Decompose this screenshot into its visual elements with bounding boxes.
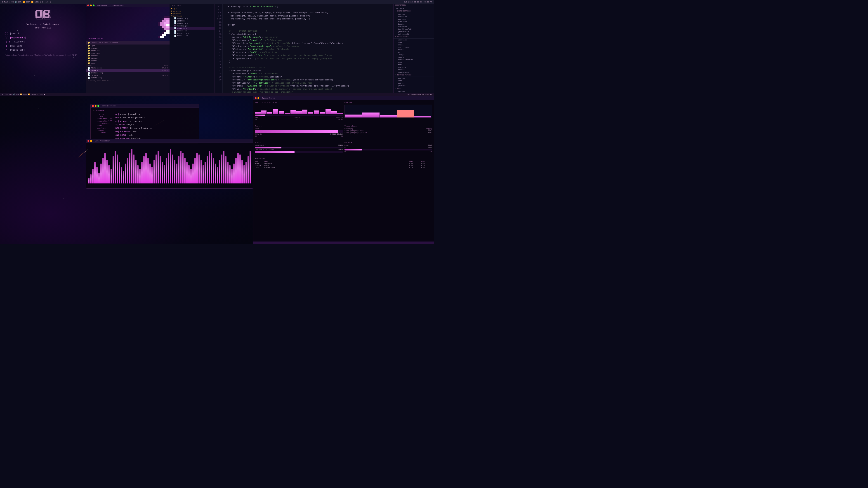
fm-row-user[interactable]: 📁user xyxy=(86,62,169,64)
neofetch-packages: MA| PACKAGES: 3577 xyxy=(116,130,152,133)
tree-readme-org-2[interactable]: 📄 README.org xyxy=(169,22,215,25)
vis-bar xyxy=(135,160,136,184)
qutebrowser-window: ██████╗ ██████╗ ██╔══██╗██╔══██╗ ██║ ██║… xyxy=(0,4,86,93)
qb-menu-closetab[interactable]: [x] [Close tab] xyxy=(4,48,81,52)
outline-profile[interactable]: profile xyxy=(394,18,434,20)
outline-timezone[interactable]: timezone xyxy=(394,20,434,23)
top-center-window: emmet@snowfire: ~/home/emmet rapidash-ga… xyxy=(86,4,169,93)
status-bar-left: ⚙ Tech 100% 🔊 20% 📶 100% 📶 100% ■ 2↑ 10↓… xyxy=(2,1,51,3)
outline-outputs[interactable]: outputs xyxy=(394,7,434,9)
fm-row-personal[interactable]: 📁personal xyxy=(86,55,169,57)
fm-row-patches[interactable]: 📁patches xyxy=(86,47,169,50)
outline-defaultroamdir[interactable]: defaultRoamDir xyxy=(394,59,434,61)
cpu-mini-bar xyxy=(273,109,278,113)
neofetch-we: WE| emmet @ snowfire xyxy=(116,113,152,116)
outline-wm[interactable]: wm xyxy=(394,51,434,54)
outline-np-patches[interactable]: patches xyxy=(394,84,434,87)
cpu-mini-bar xyxy=(308,112,313,113)
outline-dotfilesdir2[interactable]: dotfilesDir xyxy=(394,46,434,48)
vis-close[interactable] xyxy=(88,140,89,142)
tree-patches[interactable]: ▶ patches xyxy=(169,12,215,15)
qb-menu-history[interactable]: [S h] [History] xyxy=(4,40,81,44)
outline-name[interactable]: name xyxy=(394,41,434,43)
vis-bar xyxy=(98,173,100,184)
vis-bar xyxy=(139,169,141,184)
outline-browser[interactable]: browser xyxy=(394,56,434,59)
outline-hostname[interactable]: hostname xyxy=(394,15,434,18)
vis-bar xyxy=(94,162,96,184)
vis-bar xyxy=(207,156,208,184)
sysmon-close[interactable] xyxy=(255,97,256,99)
qb-menu-quickmarks[interactable]: [b] [Quickmarks] xyxy=(4,36,81,40)
fm-row-themes[interactable]: 📁themes xyxy=(86,59,169,62)
outline-bootmountpath[interactable]: bootMountPath xyxy=(394,28,434,30)
outline-fontpkg[interactable]: fontPkg xyxy=(394,66,434,68)
cpu-bar-3 xyxy=(380,115,397,118)
fm-row-flakenix[interactable]: 📄flake.nix2.20 K xyxy=(86,69,169,72)
sysmon-memory-section: Memory 100% RAM: 9% 5.7610/32.019 0% 0% xyxy=(255,125,343,137)
vis-bar xyxy=(227,162,228,184)
outline-system[interactable]: system xyxy=(394,13,434,15)
fm-row-system[interactable]: 📁system xyxy=(86,57,169,59)
fm-row-homelab[interactable]: 📁home lab xyxy=(86,52,169,55)
win-close-btn[interactable] xyxy=(87,4,89,6)
outline-locale[interactable]: locale xyxy=(394,23,434,25)
tree-hardensh[interactable]: 📄 harden.sh xyxy=(169,30,215,32)
vis-min[interactable] xyxy=(90,140,92,142)
cpu-bar-1 xyxy=(345,115,362,118)
tree-license[interactable]: 📄 LICENSE xyxy=(169,20,215,22)
outline-np-system[interactable]: system xyxy=(394,77,434,79)
tree-outputs[interactable]: ▶ outputs xyxy=(169,10,215,12)
neofetch-title: emmet@snowfire:~ xyxy=(102,105,117,107)
vis-bar xyxy=(117,155,118,184)
outline-spawneditor[interactable]: spawnEditor xyxy=(394,71,434,73)
fm-row-readme[interactable]: 📄README.org xyxy=(86,76,169,79)
tree-installorg[interactable]: 📄 install.org xyxy=(169,32,215,35)
neofetch-max[interactable] xyxy=(97,105,99,107)
fm-row-profiles[interactable]: 📁profiles xyxy=(86,50,169,52)
outline-bootmode[interactable]: bootMode xyxy=(394,25,434,28)
tree-readme-org[interactable]: 📄 README.org xyxy=(169,17,215,20)
tree-installsh[interactable]: 📄 install.sh xyxy=(169,35,215,37)
tree-flakenix[interactable]: 📄 flake.nix xyxy=(169,27,215,30)
neofetch-min[interactable] xyxy=(95,105,96,107)
sysmon-proc-header: PID Name CPU% MEM% xyxy=(255,160,432,162)
tree-profiles[interactable]: ▼ profiles xyxy=(169,15,215,17)
code-tree-header: .dotfiles xyxy=(169,4,215,7)
sysmon-net-down: Down: 36.0 xyxy=(344,144,432,146)
outline-dotfilesdir[interactable]: dotfilesDir xyxy=(394,33,434,35)
outline-editor[interactable]: editor xyxy=(394,68,434,71)
outline-pkgs-system[interactable]: system xyxy=(394,90,434,93)
tree-git[interactable]: ▶ .git xyxy=(169,7,215,10)
outline-grubdevice[interactable]: grubDevice xyxy=(394,30,434,33)
outline-email[interactable]: email xyxy=(394,43,434,46)
outline-theme[interactable]: theme xyxy=(394,48,434,51)
outline-np-editor[interactable]: editor xyxy=(394,82,434,84)
qb-menu-newtab[interactable]: [t] [New tab] xyxy=(4,44,81,48)
pixel-art-canvas xyxy=(158,16,169,41)
status-bar-2-right: Sat 2024-03-09 05:06:00 PM xyxy=(408,94,432,95)
vis-bar xyxy=(205,162,206,184)
fm-row-license[interactable]: 📄LICENSE34.2 K xyxy=(86,74,169,76)
sysmon-min[interactable] xyxy=(257,97,259,99)
win-max-btn[interactable] xyxy=(93,4,94,6)
tree-desktop-png[interactable]: 🖼 desktop.png xyxy=(169,25,215,27)
status-bar-2: ⚙ Tech 100% 🔊 20% 📶 100% 📶 100% ■ 2↑ 10↓… xyxy=(0,93,434,96)
outline-font[interactable]: font xyxy=(394,64,434,66)
cpu-mini-bar xyxy=(267,112,272,113)
code-content[interactable]: "k">description = "Flake of LibrePhoenix… xyxy=(223,4,393,93)
status-bar-right: Sat 2024-03-09 05:06:00 PM xyxy=(404,1,432,3)
cpu-mini-bar xyxy=(302,109,308,113)
qb-menu-search[interactable]: [o] [Search] xyxy=(4,32,81,36)
fm-row-git[interactable]: 📁.git xyxy=(86,44,169,47)
sysmon-temp-edge: card0 (amdgpu): edge 49°C xyxy=(344,130,432,132)
fm-row-installorg[interactable]: 📄install.org xyxy=(86,72,169,74)
outline-wmtype[interactable]: wmType xyxy=(394,54,434,56)
neofetch-close[interactable] xyxy=(92,105,94,107)
outline-term[interactable]: term xyxy=(394,61,434,64)
fm-row-flakelock[interactable]: 📄flake.lock27.5 K xyxy=(86,67,169,69)
win-min-btn[interactable] xyxy=(90,4,92,6)
file-manager-panel: 📁 .dotfiles / user / themes 📁.git 📁patch… xyxy=(86,41,169,93)
outline-np-name[interactable]: name xyxy=(394,79,434,82)
outline-username[interactable]: username xyxy=(394,39,434,41)
